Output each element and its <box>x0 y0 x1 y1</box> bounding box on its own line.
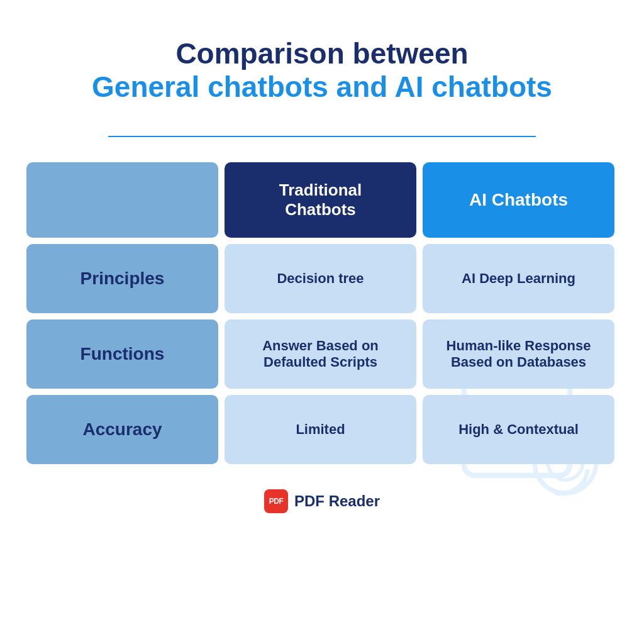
row-ai-accuracy: High & Contextual <box>423 395 614 464</box>
title-line1: Comparison between <box>92 38 552 70</box>
row-traditional-functions: Answer Based on Defaulted Scripts <box>225 319 416 389</box>
row-label-accuracy: Accuracy <box>26 395 218 464</box>
table-header-empty <box>26 162 218 238</box>
brand-name: PDF Reader <box>294 492 380 510</box>
row-ai-principles: AI Deep Learning <box>423 244 614 313</box>
row-traditional-principles: Decision tree <box>225 244 416 313</box>
comparison-table-wrapper: Traditional Chatbots AI Chatbots Princip… <box>26 162 618 464</box>
footer: PDF PDF Reader <box>264 489 380 513</box>
row-label-principles: Principles <box>26 244 218 313</box>
row-ai-functions: Human-like Response Based on Databases <box>423 319 614 389</box>
header-divider <box>108 136 536 137</box>
table-header-traditional: Traditional Chatbots <box>225 162 416 238</box>
pdf-icon: PDF <box>264 489 288 513</box>
title-line2: General chatbots and AI chatbots <box>92 70 552 104</box>
comparison-table: Traditional Chatbots AI Chatbots Princip… <box>26 162 618 464</box>
page-header: Comparison between General chatbots and … <box>92 38 552 104</box>
row-label-functions: Functions <box>26 319 218 389</box>
row-traditional-accuracy: Limited <box>225 395 416 464</box>
table-header-ai: AI Chatbots <box>423 162 614 238</box>
